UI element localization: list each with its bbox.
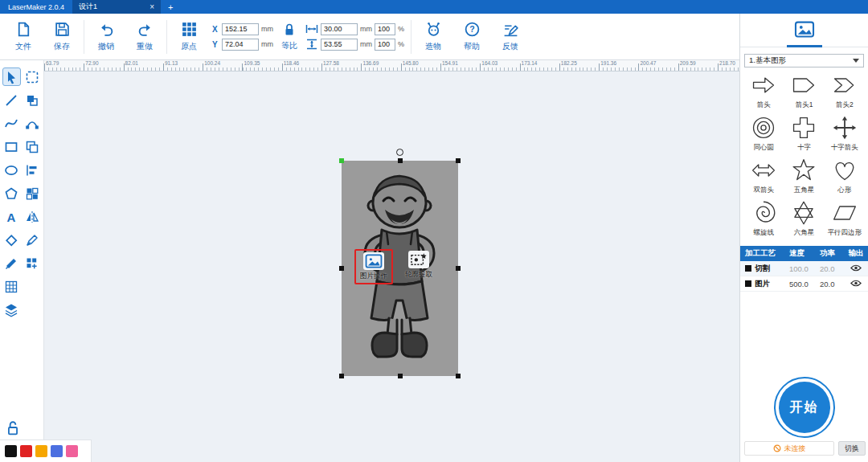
- ruler-ticks: 63.7972.9082.0191.13100.24109.35118.4612…: [44, 60, 739, 69]
- process-row[interactable]: 切割100.020.0: [740, 261, 868, 276]
- shape-item-cross[interactable]: 十字: [784, 115, 824, 153]
- redo-icon: [137, 21, 154, 39]
- position-inputs: X mm Y mm: [212, 23, 273, 51]
- redo-button[interactable]: 重做: [128, 17, 162, 57]
- width-percent-input[interactable]: [375, 23, 395, 35]
- align-tool-icon[interactable]: [23, 161, 42, 179]
- width-icon: [305, 23, 318, 35]
- ruler-tick: 145.80: [401, 60, 440, 66]
- ellipse-tool-icon[interactable]: [2, 161, 21, 179]
- shape-item-arrow2[interactable]: 箭头2: [825, 72, 865, 110]
- selection-handle-right[interactable]: [456, 266, 461, 271]
- copy-tool-icon[interactable]: [23, 137, 42, 156]
- ruler-tick: 72.90: [84, 60, 123, 66]
- switch-device-button[interactable]: 切换: [838, 441, 866, 456]
- shape-item-heart[interactable]: 心形: [825, 157, 865, 195]
- arrow2-shape-icon: [831, 72, 858, 100]
- app-title: LaserMaker 2.0.4: [0, 0, 72, 14]
- selection-handle-top-right[interactable]: [456, 158, 461, 163]
- image-operations-button[interactable]: 图片操作: [354, 249, 393, 284]
- color-swatch-red[interactable]: [20, 445, 32, 457]
- shape-item-star5[interactable]: 五角星: [784, 157, 824, 195]
- unlock-icon[interactable]: [6, 420, 20, 436]
- image-tab-icon[interactable]: [794, 21, 815, 39]
- process-col-header: 加工工艺: [740, 248, 787, 259]
- selection-handle-top-left[interactable]: [339, 158, 344, 163]
- layers-tool-icon[interactable]: [2, 301, 21, 319]
- shape-item-star6[interactable]: 六角星: [784, 200, 824, 238]
- shape-label: 十字箭头: [831, 143, 858, 153]
- selection-handle-left[interactable]: [339, 266, 344, 271]
- shape-item-spiral[interactable]: 螺旋线: [743, 200, 784, 238]
- concentric-shape-icon: [750, 115, 777, 142]
- heart-shape-icon: [831, 157, 858, 185]
- text-tool-icon[interactable]: A: [2, 207, 21, 226]
- output-visibility-eye-icon[interactable]: [850, 264, 862, 273]
- node-tool-icon[interactable]: [23, 114, 42, 133]
- create-button[interactable]: 造物: [416, 17, 450, 57]
- color-swatch-pink[interactable]: [66, 445, 78, 457]
- panel-tab-bar: [740, 14, 868, 47]
- shape-item-cross-arrow[interactable]: 十字箭头: [825, 115, 865, 153]
- process-row[interactable]: 图片500.020.0: [740, 276, 868, 292]
- file-icon: [15, 21, 32, 39]
- selection-handle-bottom-right[interactable]: [456, 374, 461, 378]
- pen-tool-icon[interactable]: [23, 231, 42, 249]
- shape-item-parallelogram[interactable]: 平行四边形: [825, 200, 865, 238]
- start-button[interactable]: 开始: [779, 382, 830, 433]
- undo-button[interactable]: 撤销: [89, 17, 123, 57]
- process-col-header: 速度: [787, 248, 817, 259]
- weld-tool-icon[interactable]: [23, 91, 42, 109]
- shape-item-arrow[interactable]: 箭头: [743, 72, 784, 110]
- shape-category-dropdown[interactable]: 1.基本图形: [744, 54, 864, 67]
- toolbar-divider: [411, 20, 411, 54]
- x-position-input[interactable]: [222, 23, 259, 35]
- selection-handle-bottom[interactable]: [398, 374, 403, 378]
- table-tool-icon[interactable]: [2, 277, 21, 296]
- shape-grid: 箭头箭头1箭头2同心圆十字十字箭头双箭头五角星心形螺旋线六角星平行四边形: [740, 71, 868, 243]
- x-unit-label: mm: [261, 25, 273, 33]
- selected-image-object[interactable]: 图片操作 轮廓提取: [342, 161, 458, 376]
- curve-tool-icon[interactable]: [2, 114, 21, 133]
- connection-status-label: 未连接: [784, 444, 806, 454]
- mirror-tool-icon[interactable]: [23, 207, 42, 226]
- array-tool-icon[interactable]: [23, 254, 42, 272]
- y-position-input[interactable]: [222, 39, 259, 51]
- shape-item-arrow1[interactable]: 箭头1: [784, 72, 824, 110]
- rotate-handle[interactable]: [396, 149, 403, 156]
- file-button[interactable]: 文件: [6, 17, 40, 57]
- output-visibility-eye-icon[interactable]: [850, 280, 862, 288]
- line-tool-icon[interactable]: [2, 91, 21, 109]
- color-swatch-black[interactable]: [5, 445, 17, 457]
- document-tab[interactable]: 设计1 ×: [72, 0, 161, 14]
- contour-extract-button[interactable]: 轮廓提取: [399, 249, 438, 284]
- eraser-tool-icon[interactable]: [2, 231, 21, 249]
- aspect-lock-toggle[interactable]: 等比: [281, 22, 297, 51]
- shape-item-double-arrow[interactable]: 双箭头: [743, 157, 784, 195]
- active-tab-indicator: [787, 45, 822, 47]
- svg-text:?: ?: [469, 24, 474, 34]
- new-tab-button[interactable]: +: [161, 0, 180, 14]
- blocks-tool-icon[interactable]: [23, 184, 42, 202]
- shape-item-concentric[interactable]: 同心圆: [743, 115, 784, 153]
- close-tab-icon[interactable]: ×: [149, 2, 154, 11]
- polygon-tool-icon[interactable]: [2, 184, 21, 202]
- height-input[interactable]: [321, 39, 358, 51]
- color-swatch-orange[interactable]: [35, 445, 47, 457]
- help-button[interactable]: ? 帮助: [455, 17, 489, 57]
- design-canvas[interactable]: 图片操作 轮廓提取: [44, 72, 739, 462]
- contour-extract-icon: [408, 251, 429, 268]
- selection-handle-top[interactable]: [398, 158, 403, 163]
- width-input[interactable]: [321, 23, 358, 35]
- selection-handle-bottom-left[interactable]: [339, 374, 344, 378]
- rect-tool-icon[interactable]: [2, 137, 21, 156]
- select-tool-icon[interactable]: [2, 67, 21, 86]
- save-button[interactable]: 保存: [45, 17, 79, 57]
- feedback-button[interactable]: 反馈: [493, 17, 527, 57]
- knife-tool-icon[interactable]: [2, 254, 21, 272]
- origin-button[interactable]: 原点: [172, 17, 206, 57]
- color-swatch-blue[interactable]: [51, 445, 63, 457]
- height-percent-input[interactable]: [375, 39, 395, 51]
- ruler-tick: 200.47: [638, 60, 678, 66]
- marquee-tool-icon[interactable]: [23, 67, 42, 86]
